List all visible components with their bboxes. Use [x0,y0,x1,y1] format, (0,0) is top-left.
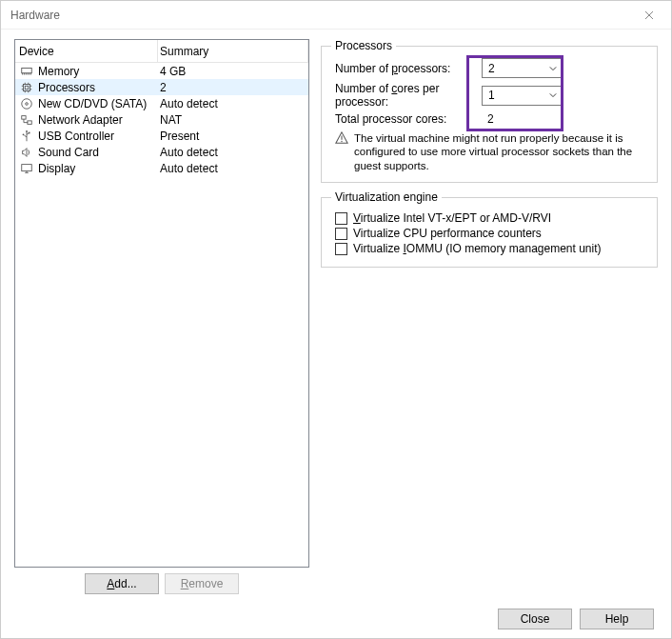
device-name: Network Adapter [38,113,123,127]
processors-legend: Processors [331,39,396,52]
device-name: Memory [38,65,79,78]
svg-rect-2 [25,86,29,90]
usb-icon [19,129,34,144]
checkbox-icon[interactable] [335,228,347,240]
svg-point-12 [341,141,342,142]
device-row-sound-card[interactable]: Sound CardAuto detect [15,144,308,160]
device-summary: Auto detect [158,146,308,159]
device-name: New CD/DVD (SATA) [38,97,147,110]
close-icon [644,10,654,20]
header-summary[interactable]: Summary [158,40,308,62]
virt-vtx-row[interactable]: Virtualize Intel VT-x/EPT or AMD-V/RVI [335,211,647,225]
title-bar: Hardware [1,1,671,30]
processors-group: Processors Number of processors: 2 Numbe… [321,39,658,183]
memory-icon [19,64,34,79]
virt-engine-legend: Virtualization engine [331,190,442,204]
device-row-memory[interactable]: Memory4 GB [15,63,308,79]
device-row-processors[interactable]: Processors2 [15,79,308,95]
remove-button: Remove [165,573,239,594]
virt-cpu-counters-label: Virtualize CPU performance counters [353,227,542,240]
virt-cpu-counters-row[interactable]: Virtualize CPU performance counters [335,227,647,240]
total-cores-label: Total processor cores: [335,112,476,126]
svg-point-4 [26,102,29,105]
total-cores-value: 2 [482,112,563,126]
device-name: USB Controller [38,130,114,143]
virt-iommu-label: Virtualize IOMMU (IO memory management u… [353,242,602,255]
svg-point-3 [22,98,32,109]
virt-vtx-label: Virtualize Intel VT-x/EPT or AMD-V/RVI [353,211,551,225]
device-summary: 2 [158,81,308,94]
checkbox-icon[interactable] [335,212,347,225]
device-row-network-adapter[interactable]: Network AdapterNAT [15,111,308,128]
warning-icon [335,131,348,145]
chevron-down-icon [545,91,561,99]
device-row-new-cd-dvd-sata-[interactable]: New CD/DVD (SATA)Auto detect [15,95,308,111]
svg-rect-5 [22,115,26,119]
virt-iommu-row[interactable]: Virtualize IOMMU (IO memory management u… [335,242,647,255]
checkbox-icon[interactable] [335,243,347,255]
svg-rect-6 [28,120,31,124]
device-name: Display [38,162,75,175]
network-icon [19,112,34,128]
device-name: Processors [38,81,95,94]
device-summary: Auto detect [158,162,308,175]
device-row-display[interactable]: DisplayAuto detect [15,160,308,176]
add-button[interactable]: Add... [85,573,159,594]
device-summary: 4 GB [158,65,308,78]
svg-rect-0 [22,68,32,72]
hardware-device-list[interactable]: Device Summary Memory4 GBProcessors2New … [14,39,309,568]
cd-icon [19,96,34,111]
num-processors-select[interactable]: 2 [482,58,563,78]
help-button[interactable]: Help [580,609,654,629]
svg-rect-1 [24,84,30,90]
device-row-usb-controller[interactable]: USB ControllerPresent [15,128,308,144]
device-list-header: Device Summary [15,40,308,63]
processor-icon [19,80,34,95]
num-processors-label: Number of processors: [335,62,476,75]
processor-warning-text: The virtual machine might not run proper… [354,131,643,172]
header-device[interactable]: Device [15,40,158,62]
display-icon [19,161,34,176]
device-summary: Auto detect [158,97,308,110]
num-processors-value: 2 [488,62,495,75]
window-title: Hardware [10,9,627,22]
svg-point-7 [26,130,28,131]
close-button[interactable]: Close [498,609,572,629]
close-window-button[interactable] [627,1,671,30]
cores-per-processor-label: Number of cores per processor: [335,82,476,109]
svg-rect-8 [29,131,30,133]
cores-per-processor-value: 1 [488,89,495,102]
device-summary: NAT [158,113,308,127]
chevron-down-icon [545,65,561,72]
sound-icon [19,145,34,160]
cores-per-processor-select[interactable]: 1 [482,86,563,106]
svg-rect-10 [22,164,32,170]
svg-point-9 [23,133,25,135]
device-summary: Present [158,130,308,143]
device-name: Sound Card [38,146,99,159]
virtualization-engine-group: Virtualization engine Virtualize Intel V… [321,190,658,268]
